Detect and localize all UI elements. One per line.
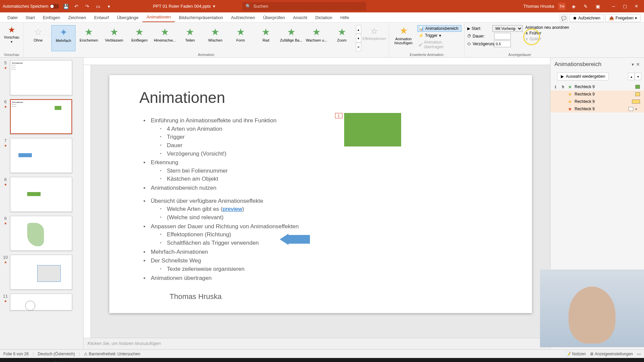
user-avatar[interactable]: TH	[558, 3, 566, 10]
app-icon-5[interactable]: ◯	[203, 359, 217, 362]
save-icon[interactable]: 💾	[62, 2, 70, 10]
outlook-icon[interactable]: 📧	[64, 359, 78, 362]
anim-entry-3[interactable]: ★Rechteck 9	[550, 98, 644, 105]
anim-entry-2[interactable]: ★Rechteck 9	[550, 90, 644, 98]
cloud-icon[interactable]: ◈	[570, 2, 578, 10]
notes-area[interactable]: Klicken Sie, um Notizen hinzuzufügen	[84, 338, 550, 349]
edge-icon[interactable]: 🌊	[249, 359, 264, 362]
gallery-more[interactable]: ≡	[356, 43, 361, 51]
anim-random[interactable]: ★Zufällige Ba...	[279, 25, 303, 51]
animation-tag[interactable]: 1	[335, 113, 342, 118]
app-icon-2[interactable]: ▭	[125, 359, 140, 362]
anim-move-down[interactable]: ▾	[635, 73, 641, 80]
tab-bildschirm[interactable]: Bildschirmpräsentation	[175, 13, 227, 22]
slide-title[interactable]: Animationen	[140, 88, 502, 107]
start-select[interactable]: Mit Vorheriger	[492, 25, 523, 32]
anim-shape[interactable]: ★Form	[229, 25, 253, 51]
anim-split[interactable]: ★Teilen	[178, 25, 202, 51]
app-icon-7[interactable]: ◐	[233, 359, 248, 362]
telegram-icon[interactable]: ✈	[172, 359, 186, 362]
green-rectangle-shape[interactable]	[344, 113, 401, 146]
anim-fade[interactable]: ★Verblassen	[102, 25, 126, 51]
app-icon-6[interactable]: ●	[218, 359, 233, 362]
app-icon-8[interactable]: ▭	[264, 359, 279, 362]
vlc-icon[interactable]: ▲	[110, 359, 125, 362]
firefox-icon[interactable]: 🦊	[33, 359, 48, 362]
anim-zoom[interactable]: ★Zoom	[330, 25, 354, 51]
pane-close-icon[interactable]: ✕	[636, 62, 640, 67]
thumb-9[interactable]	[10, 216, 72, 251]
anim-wheel[interactable]: ★Rad	[254, 25, 278, 51]
accessibility-checker[interactable]: ⚠ Barrierefreiheit: Untersuchen	[84, 352, 140, 356]
tab-ueberpruefen[interactable]: Überprüfen	[259, 13, 289, 22]
record-button[interactable]: ⏺ Aufzeichnen	[569, 14, 604, 22]
anim-floatin[interactable]: ★Hineinschw...	[153, 25, 176, 51]
anim-wipe[interactable]: ★Wischen	[203, 25, 227, 51]
slide-author[interactable]: Thomas Hruska	[170, 292, 502, 301]
onenote-icon[interactable]: N	[156, 359, 171, 362]
slide-canvas[interactable]: Animationen Einführung in Animationseffe…	[109, 75, 532, 313]
trigger-button[interactable]: ⚡ Trigger ▾	[417, 33, 462, 39]
tab-datei[interactable]: Datei	[3, 13, 21, 22]
chrome-icon[interactable]: 🌐	[48, 359, 63, 362]
anim-grow[interactable]: ★Wachsen u...	[305, 25, 328, 51]
app-icon-9[interactable]: ▭	[280, 359, 294, 362]
gallery-up[interactable]: ▴	[356, 25, 361, 34]
present-icon[interactable]: ▭	[94, 2, 102, 10]
app-icon-3[interactable]: ●	[141, 359, 156, 362]
tab-zeichnen[interactable]: Zeichnen	[64, 13, 90, 22]
pen-icon[interactable]: ✎	[582, 2, 590, 10]
powerpoint-icon[interactable]: P	[79, 359, 94, 362]
move-earlier-button[interactable]: ∧ Früher	[525, 31, 572, 36]
add-animation-button[interactable]: ★ Animation hinzufügen	[392, 25, 415, 50]
anim-multi[interactable]: ✦Mehrfach	[51, 25, 75, 51]
slide-counter[interactable]: Folie 6 von 26	[3, 352, 29, 356]
tab-entwurf[interactable]: Entwurf	[90, 13, 113, 22]
tab-animationen[interactable]: Animationen	[143, 12, 175, 22]
comments-button[interactable]: 💬	[560, 14, 568, 22]
redo-icon[interactable]: ↷	[83, 2, 91, 10]
anim-none[interactable]: ☆Ohne	[26, 25, 50, 51]
preview-button[interactable]: ★ Vorschau ▾	[3, 24, 20, 44]
anim-move-up[interactable]: ▴	[628, 73, 635, 80]
thumb-8[interactable]	[10, 177, 72, 212]
blue-arrow-shape[interactable]	[280, 235, 310, 244]
autosave-toggle[interactable]: Automatisches Speichern	[3, 4, 59, 9]
thumb-6[interactable]: Animationen• ──• ──	[10, 99, 72, 134]
close-button[interactable]: ✕	[631, 2, 641, 10]
window-icon[interactable]: ▣	[594, 2, 602, 10]
language-indicator[interactable]: Deutsch (Österreich)	[38, 352, 75, 356]
tab-start[interactable]: Start	[21, 13, 39, 22]
thumb-11[interactable]	[10, 294, 72, 310]
app-icon-4[interactable]: ▭	[187, 359, 202, 362]
tab-ansicht[interactable]: Ansicht	[289, 13, 311, 22]
slide-body[interactable]: Einführung in Animationseffekte und ihre…	[140, 117, 502, 282]
animation-pane-button[interactable]: 📊 Animationsbereich	[417, 25, 462, 32]
share-button[interactable]: 📤 Freigeben ▾	[605, 14, 641, 22]
display-settings[interactable]: 🖥 Anzeigeeinstellungen	[590, 352, 633, 356]
minimize-button[interactable]: ─	[608, 2, 619, 10]
dropdown-icon[interactable]: ▾	[105, 2, 113, 10]
duration-input[interactable]	[494, 33, 511, 40]
anim-flyin[interactable]: ★Einfliegen	[127, 25, 151, 51]
tab-uebergaenge[interactable]: Übergänge	[113, 13, 143, 22]
slide-thumbnails-panel[interactable]: 5★Animationen• ──• ──• ── 6★Animationen•…	[0, 58, 79, 349]
thumb-5[interactable]: Animationen• ──• ──• ──	[10, 60, 72, 95]
play-selection-button[interactable]: ▶ Auswahl wiedergeben	[557, 72, 609, 80]
file-name[interactable]: PPT 01 Roter Faden 004.pptx▾	[153, 4, 215, 9]
undo-icon[interactable]: ↶	[72, 2, 80, 10]
search-input[interactable]	[254, 4, 363, 9]
tab-einfuegen[interactable]: Einfügen	[39, 13, 64, 22]
explorer-icon[interactable]: 📁	[17, 359, 32, 362]
tab-aufzeichnen[interactable]: Aufzeichnen	[227, 13, 259, 22]
thumb-10[interactable]	[10, 255, 72, 290]
panel-splitter[interactable]	[79, 58, 84, 349]
thumb-7[interactable]	[10, 138, 72, 173]
notes-toggle[interactable]: 📝 Notizen	[566, 352, 586, 356]
normal-view-icon[interactable]: ▭	[637, 352, 641, 356]
anim-entry-1[interactable]: 1🖱★Rechteck 9	[550, 83, 644, 90]
tab-hilfe[interactable]: Hilfe	[336, 13, 353, 22]
maximize-button[interactable]: ▢	[620, 2, 630, 10]
start-button[interactable]: ⊞	[2, 359, 17, 362]
user-name[interactable]: Thomas Hruska	[523, 4, 554, 9]
